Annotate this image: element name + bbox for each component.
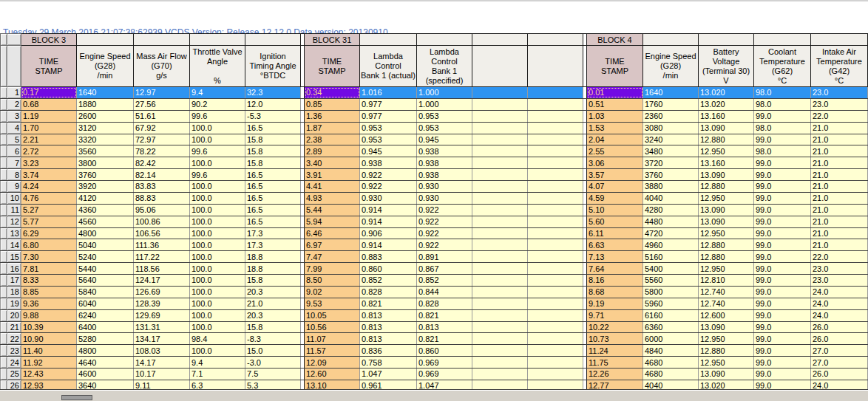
data-cell[interactable]: 88.83 [134,192,190,204]
timestamp-cell[interactable]: 6.80 [21,239,77,251]
row-number[interactable]: 4 [7,122,21,134]
data-cell[interactable]: 99.0 [754,192,811,204]
data-cell[interactable]: 27.0 [811,345,868,357]
timestamp-cell[interactable]: 6.46 [305,227,360,239]
data-cell[interactable]: 26.0 [811,333,868,345]
data-cell[interactable]: 4120 [77,192,134,204]
row-number[interactable]: 14 [7,239,21,251]
data-cell[interactable]: 5.3 [245,380,301,389]
data-cell[interactable]: 4960 [643,239,699,251]
data-cell[interactable]: 27.56 [134,98,190,110]
timestamp-cell[interactable]: 3.40 [305,157,360,169]
data-cell[interactable]: 100.0 [190,157,245,169]
timestamp-cell[interactable]: 11.07 [305,333,360,345]
data-cell[interactable] [528,181,583,193]
data-cell[interactable]: 3720 [643,157,699,169]
data-cell[interactable]: 111.36 [134,239,190,251]
data-cell[interactable]: 1.047 [360,369,417,380]
data-cell[interactable]: 17.3 [245,227,301,239]
row-number[interactable]: 7 [7,157,21,169]
data-cell[interactable]: 4720 [643,227,699,239]
timestamp-cell[interactable]: 12.26 [587,369,643,380]
data-cell[interactable]: 134.17 [134,333,190,345]
data-cell[interactable]: 82.42 [134,157,190,169]
data-cell[interactable]: 100.0 [190,134,245,145]
timestamp-cell[interactable]: 1.19 [21,110,77,122]
data-cell[interactable] [472,380,528,389]
data-cell[interactable]: -8.3 [245,333,301,345]
data-cell[interactable]: 13.090 [699,321,754,333]
data-cell[interactable] [472,98,528,110]
data-cell[interactable]: 3560 [77,145,134,157]
data-cell[interactable]: 12.950 [699,263,754,275]
data-cell[interactable]: 4680 [643,357,699,369]
data-cell[interactable]: 99.0 [754,216,811,227]
data-cell[interactable]: 3640 [77,380,134,389]
timestamp-cell[interactable]: 5.44 [305,204,360,216]
data-cell[interactable] [528,110,583,122]
data-cell[interactable]: 5040 [77,239,134,251]
timestamp-cell[interactable]: 7.64 [587,263,643,275]
timestamp-cell[interactable]: 9.02 [305,286,360,298]
data-cell[interactable]: 100.0 [190,251,245,263]
data-cell[interactable]: 12.950 [699,333,754,345]
data-cell[interactable]: 99.0 [754,345,811,357]
data-cell[interactable]: 21.0 [811,169,868,181]
data-cell[interactable]: 100.0 [190,298,245,309]
data-cell[interactable]: 99.0 [754,239,811,251]
data-cell[interactable]: 99.0 [754,157,811,169]
timestamp-cell[interactable]: 8.50 [305,275,360,287]
data-cell[interactable]: 26.0 [811,321,868,333]
data-cell[interactable]: 23.0 [811,87,868,99]
data-cell[interactable] [528,145,583,157]
data-cell[interactable]: 0.969 [417,369,472,380]
data-cell[interactable]: 13.090 [699,122,754,134]
data-cell[interactable]: 99.0 [754,333,811,345]
data-cell[interactable]: 0.945 [360,145,417,157]
data-cell[interactable]: 124.17 [134,275,190,287]
row-number[interactable]: 18 [7,286,21,298]
timestamp-cell[interactable]: 4.41 [305,181,360,193]
data-cell[interactable]: 21.0 [811,181,868,193]
data-cell[interactable]: 100.0 [190,181,245,193]
data-cell[interactable]: 6160 [643,309,699,321]
data-cell[interactable] [528,122,583,134]
timestamp-cell[interactable]: 6.63 [587,239,643,251]
data-cell[interactable]: 13.020 [699,87,754,99]
timestamp-cell[interactable]: 10.22 [587,321,643,333]
data-cell[interactable]: 7.5 [245,369,301,380]
data-cell[interactable] [472,263,528,275]
data-cell[interactable]: 24.0 [811,380,868,389]
data-cell[interactable]: 20.3 [245,309,301,321]
timestamp-cell[interactable]: 7.99 [305,263,360,275]
timestamp-cell[interactable]: 7.47 [305,251,360,263]
data-cell[interactable]: 0.922 [417,216,472,227]
data-cell[interactable]: 18.8 [245,251,301,263]
data-cell[interactable]: 13.090 [699,216,754,227]
timestamp-cell[interactable]: 7.81 [21,263,77,275]
data-cell[interactable]: 99.0 [754,275,811,287]
timestamp-cell[interactable]: 2.21 [21,134,77,145]
timestamp-cell[interactable]: 0.34 [305,87,360,99]
data-cell[interactable]: 99.0 [754,251,811,263]
data-cell[interactable]: 0.922 [360,181,417,193]
data-cell[interactable]: 22.0 [811,251,868,263]
data-cell[interactable]: 16.5 [245,192,301,204]
data-cell[interactable]: 0.930 [417,192,472,204]
row-number[interactable]: 1 [7,87,21,99]
data-cell[interactable]: 100.0 [190,239,245,251]
data-cell[interactable] [472,369,528,380]
data-cell[interactable] [472,239,528,251]
timestamp-cell[interactable]: 9.19 [587,298,643,309]
data-cell[interactable] [528,357,583,369]
data-cell[interactable]: 0.891 [417,251,472,263]
data-cell[interactable] [472,134,528,145]
data-cell[interactable]: 3880 [643,181,699,193]
data-cell[interactable]: 100.0 [190,309,245,321]
timestamp-cell[interactable]: 10.73 [587,333,643,345]
data-cell[interactable]: 0.914 [360,216,417,227]
timestamp-cell[interactable]: 10.39 [21,321,77,333]
data-cell[interactable]: 15.0 [245,345,301,357]
timestamp-cell[interactable]: 4.76 [21,192,77,204]
data-cell[interactable]: 100.0 [190,286,245,298]
